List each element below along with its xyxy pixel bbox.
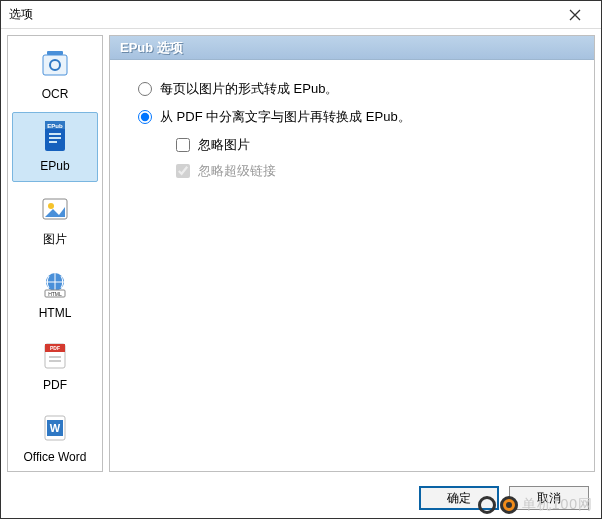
titlebar: 选项: [1, 1, 601, 29]
sidebar-item-label: 图片: [43, 231, 67, 248]
check-option-ignore-links: 忽略超级链接: [176, 162, 566, 180]
cancel-button[interactable]: 取消: [509, 486, 589, 510]
dialog-footer: 确定 取消 单机100网: [1, 478, 601, 518]
svg-point-10: [48, 203, 54, 209]
image-icon: [37, 191, 73, 227]
panel-heading: EPub 选项: [110, 36, 594, 60]
svg-text:EPub: EPub: [47, 123, 63, 129]
svg-rect-8: [49, 141, 57, 143]
options-dialog: 选项 OCR EPub EPub 图片: [0, 0, 602, 519]
html-icon: HTML: [37, 266, 73, 302]
checkbox-label: 忽略超级链接: [198, 162, 276, 180]
sidebar-item-label: EPub: [40, 159, 69, 173]
close-button[interactable]: [555, 5, 595, 25]
sidebar-item-word[interactable]: W Office Word: [12, 403, 98, 472]
checkbox-label: 忽略图片: [198, 136, 250, 154]
svg-text:W: W: [50, 422, 61, 434]
svg-text:HTML: HTML: [48, 291, 62, 297]
button-label: 取消: [537, 490, 561, 507]
close-icon: [569, 9, 581, 21]
sidebar-item-epub[interactable]: EPub EPub: [12, 112, 98, 182]
sidebar-item-html[interactable]: HTML HTML: [12, 259, 98, 329]
settings-panel: EPub 选项 每页以图片的形式转成 EPub。 从 PDF 中分离文字与图片再…: [109, 35, 595, 472]
epub-icon: EPub: [37, 119, 73, 155]
sidebar-item-label: Office Word: [24, 450, 87, 464]
checkbox-ignore-images[interactable]: [176, 138, 190, 152]
pdf-icon: PDF: [37, 338, 73, 374]
svg-rect-17: [49, 356, 61, 358]
radio-option-extract-mode[interactable]: 从 PDF 中分离文字与图片再转换成 EPub。: [138, 108, 566, 126]
svg-rect-7: [49, 137, 61, 139]
svg-rect-2: [47, 51, 63, 55]
sidebar-item-ocr[interactable]: OCR: [12, 40, 98, 110]
sidebar-item-label: HTML: [39, 306, 72, 320]
sidebar-item-pdf[interactable]: PDF PDF: [12, 331, 98, 401]
svg-rect-0: [43, 55, 67, 75]
sidebar-item-image[interactable]: 图片: [12, 184, 98, 257]
category-sidebar: OCR EPub EPub 图片 HTML HTML: [7, 35, 103, 472]
ocr-icon: [37, 47, 73, 83]
window-title: 选项: [9, 6, 555, 23]
radio-image-mode[interactable]: [138, 82, 152, 96]
button-label: 确定: [447, 490, 471, 507]
radio-label: 每页以图片的形式转成 EPub。: [160, 80, 338, 98]
sidebar-item-label: OCR: [42, 87, 69, 101]
dialog-body: OCR EPub EPub 图片 HTML HTML: [1, 29, 601, 478]
ok-button[interactable]: 确定: [419, 486, 499, 510]
check-option-ignore-images[interactable]: 忽略图片: [176, 136, 566, 154]
radio-label: 从 PDF 中分离文字与图片再转换成 EPub。: [160, 108, 411, 126]
svg-rect-18: [49, 360, 61, 362]
svg-text:PDF: PDF: [50, 345, 60, 351]
word-icon: W: [37, 410, 73, 446]
sub-options: 忽略图片 忽略超级链接: [176, 136, 566, 180]
sidebar-item-label: PDF: [43, 378, 67, 392]
svg-rect-6: [49, 133, 61, 135]
radio-option-image-mode[interactable]: 每页以图片的形式转成 EPub。: [138, 80, 566, 98]
panel-body: 每页以图片的形式转成 EPub。 从 PDF 中分离文字与图片再转换成 EPub…: [110, 60, 594, 471]
radio-extract-mode[interactable]: [138, 110, 152, 124]
checkbox-ignore-links: [176, 164, 190, 178]
